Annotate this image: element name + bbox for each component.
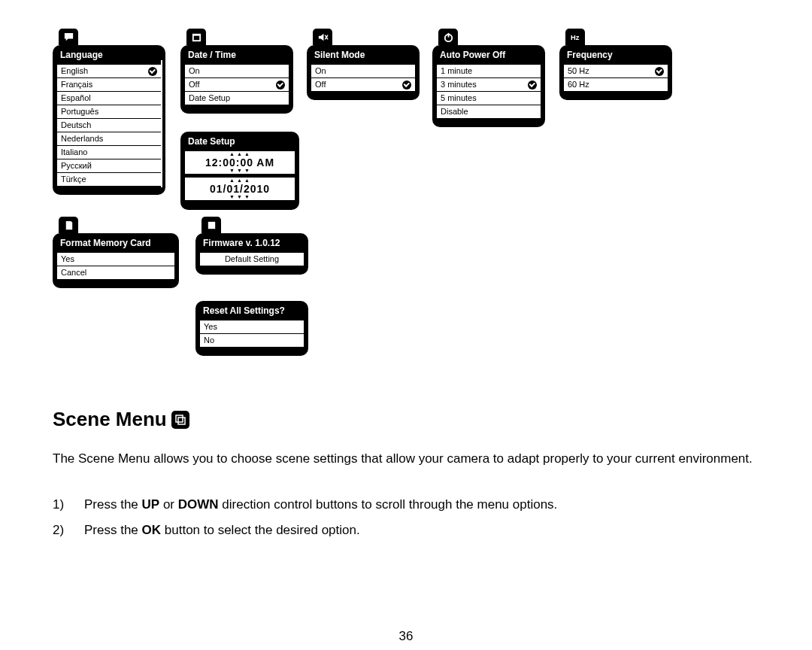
step-1: 1) Press the UP or DOWN direction contro… (53, 492, 789, 518)
scene-icon (171, 411, 189, 429)
sd-card-icon (59, 217, 78, 233)
list-item[interactable]: Português (57, 105, 161, 119)
list-item[interactable]: 60 Hz (564, 78, 668, 91)
steps-list: 1) Press the UP or DOWN direction contro… (53, 492, 789, 543)
list-item[interactable]: On (185, 65, 289, 78)
check-icon (528, 80, 537, 90)
item-label: Date Setup (189, 92, 230, 105)
date-value: 01/01/2010 (210, 183, 270, 195)
menu-title: Auto Power Off (435, 48, 542, 63)
list-item[interactable]: Deutsch (57, 119, 161, 132)
language-list: English Français Español Português Deuts… (56, 63, 162, 187)
section-heading: Scene Menu (53, 408, 167, 431)
menu-title: Frequency (562, 48, 669, 63)
item-label: Türkçe (61, 173, 86, 186)
list-item[interactable]: 5 minutes (437, 92, 541, 105)
item-label: On (315, 65, 326, 77)
item-label: Русский (61, 159, 92, 172)
svg-rect-6 (176, 415, 183, 422)
item-label: Français (61, 78, 92, 91)
list-item[interactable]: 50 Hz (564, 65, 668, 78)
menu-title: Date Setup (183, 135, 296, 149)
datesetup-menu: Date Setup ▲▲▲ 12:00:00 AM ▼▼▼ ▲▲▲ 01/01… (180, 132, 299, 210)
step-text: Press the UP or DOWN direction control b… (84, 492, 557, 518)
speaker-mute-icon (313, 29, 332, 45)
svg-rect-5 (208, 221, 214, 228)
item-label: On (189, 65, 200, 77)
list-item[interactable]: Off (311, 78, 415, 91)
item-label: 5 minutes (441, 92, 477, 105)
list-item[interactable]: Türkçe (57, 173, 161, 186)
list-item[interactable]: No (200, 334, 304, 347)
item-label: Cancel (61, 266, 86, 279)
item-label: Português (61, 105, 98, 118)
item-label: Default Setting (225, 253, 279, 266)
date-field[interactable]: ▲▲▲ 01/01/2010 ▼▼▼ (183, 176, 296, 202)
scene-menu-section: Scene Menu The Scene Menu allows you to … (53, 408, 789, 543)
silent-menu: Silent Mode On Off (307, 45, 420, 100)
down-arrows-icon: ▼▼▼ (205, 169, 274, 173)
item-label: 1 minute (441, 65, 472, 77)
item-label: English (61, 65, 88, 77)
list-item[interactable]: Off (185, 78, 289, 92)
list-item[interactable]: Nederlands (57, 132, 161, 146)
datetime-list: On Off Date Setup (183, 63, 290, 106)
intro-paragraph: The Scene Menu allows you to choose scen… (53, 445, 789, 472)
scrollbar[interactable] (161, 60, 162, 187)
firmware-menu: Firmware v. 1.0.12 Default Setting (195, 233, 308, 275)
item-label: Disable (441, 105, 468, 118)
item-label: Yes (204, 320, 217, 333)
list-item[interactable]: Cancel (57, 266, 174, 279)
frequency-menu: Hz Frequency 50 Hz 60 Hz (559, 45, 672, 100)
reset-menu: Reset All Settings? Yes No (195, 301, 308, 356)
list-item[interactable]: English (57, 65, 161, 78)
list-item[interactable]: Italiano (57, 146, 161, 159)
item-label: 50 Hz (568, 65, 589, 77)
list-item[interactable]: Date Setup (185, 92, 289, 105)
svg-rect-3 (447, 32, 449, 37)
menu-title: Format Memory Card (56, 236, 176, 251)
list-item[interactable]: Default Setting (200, 253, 304, 266)
autopower-list: 1 minute 3 minutes 5 minutes Disable (435, 63, 542, 120)
down-arrows-icon: ▼▼▼ (210, 195, 270, 199)
list-item[interactable]: Русский (57, 159, 161, 173)
format-list: Yes Cancel (56, 251, 176, 281)
item-label: Italiano (61, 146, 87, 159)
check-icon (148, 67, 157, 76)
menu-title: Language (56, 48, 162, 63)
item-label: Yes (61, 253, 74, 266)
datetime-menu: Date / Time On Off Date Setup (180, 45, 293, 114)
list-item[interactable]: Disable (437, 105, 541, 118)
menu-screenshots-area: Language English Français Español Portug… (53, 38, 767, 391)
item-label: Off (189, 78, 199, 91)
list-item[interactable]: Yes (57, 253, 174, 266)
item-label: Nederlands (61, 132, 103, 145)
list-item[interactable]: On (311, 65, 415, 78)
time-field[interactable]: ▲▲▲ 12:00:00 AM ▼▼▼ (183, 150, 296, 175)
language-menu: Language English Français Español Portug… (53, 45, 165, 195)
svg-text:Hz: Hz (570, 34, 579, 41)
item-label: Español (61, 92, 91, 105)
list-item[interactable]: Français (57, 78, 161, 92)
calendar-icon (186, 29, 206, 45)
power-icon (438, 29, 458, 45)
check-icon (655, 67, 664, 76)
svg-rect-7 (178, 418, 185, 424)
speech-icon (59, 29, 78, 45)
format-menu: Format Memory Card Yes Cancel (53, 233, 179, 288)
list-item[interactable]: Yes (200, 320, 304, 334)
silent-list: On Off (310, 63, 417, 93)
list-item[interactable]: 3 minutes (437, 78, 541, 92)
hz-icon: Hz (565, 29, 585, 45)
list-item[interactable]: Español (57, 92, 161, 105)
step-number: 2) (53, 518, 69, 543)
menu-title: Silent Mode (310, 48, 417, 63)
reset-list: Yes No (198, 319, 305, 348)
manual-page: Language English Français Español Portug… (0, 0, 812, 650)
check-icon (402, 80, 411, 90)
time-value: 12:00:00 AM (205, 156, 274, 169)
menu-title: Reset All Settings? (198, 304, 305, 319)
item-label: 60 Hz (568, 78, 589, 91)
list-item[interactable]: 1 minute (437, 65, 541, 78)
heading-line: Scene Menu (53, 408, 789, 431)
